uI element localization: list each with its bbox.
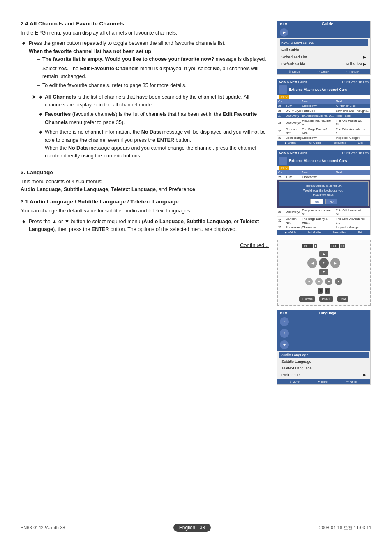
indented-section: ➤ ◆ All Channels is the list of channels… — [32, 93, 269, 160]
info-icon-sym: ℹ — [314, 244, 317, 248]
nng1-footer: ▶ Watch Full Guide Favourites Exit — [277, 141, 370, 145]
exit-icon-sym: ⊟ — [340, 244, 345, 248]
footer-bar: BN68-01422A.indb 38 English - 38 2008-04… — [21, 524, 371, 532]
btn-p-size[interactable]: P.SIZE — [319, 296, 333, 302]
screen-nng-1: Now & Next Guide 13:28 Wed 16 Feb Extrem… — [277, 79, 371, 146]
sub-text-1: The favorite list is empty. Would you li… — [42, 55, 266, 63]
exit-group: EXIT ⊟ — [330, 244, 346, 248]
lang-icon-row-3: ★ — [277, 339, 370, 351]
section-2-4: 2.4 All Channels and Favorite Channels I… — [21, 21, 269, 160]
color-buttons-row: ■ ■ ■ ■ — [305, 278, 342, 285]
btn-dma[interactable]: DMA — [337, 296, 349, 302]
guide-title: Guide — [287, 22, 368, 26]
guide-top-bar: DTV Guide — [277, 21, 370, 27]
lang-item-audio[interactable]: Audio Language — [279, 352, 369, 358]
content-area: 2.4 All Channels and Favorite Channels I… — [21, 16, 371, 385]
guide-item-default[interactable]: Default Guide: Full Guide ▶ — [280, 60, 368, 67]
dash-icon-3: – — [37, 82, 40, 90]
nng2-row-25: 25 TCM Closedown — [277, 175, 370, 180]
nng1-show-row: Extreme Machines: Armoured Cars — [277, 85, 370, 95]
lang-item-teletext[interactable]: Teletext Language — [279, 365, 369, 372]
section-3-1-bullet: ◆ Press the ▲ or ▼ button to select requ… — [21, 218, 269, 234]
remote-bottom-row: TTX/MIX P.SIZE DMA — [299, 296, 348, 302]
screen-language: DTV Language ☼ ♪ ★ Audio Language Subtit… — [277, 310, 371, 385]
info-label: INFO — [302, 244, 313, 248]
nng1-row-32: 32 Cartoon Net The Bugs Bunny & Rea... T… — [277, 127, 370, 136]
remote-icon-2: ⊟ — [325, 288, 330, 294]
lang-menu: Audio Language Subtitle Language Teletex… — [277, 351, 370, 379]
dpad-up[interactable]: ▲ — [319, 251, 328, 257]
sub-bullet-1: – The favorite list is empty. Would you … — [37, 55, 269, 63]
dpad-area: ◀ ▲ ● ▼ ▶ — [307, 251, 340, 275]
bullet-1-text: Press the green button repeatedly to tog… — [29, 39, 269, 91]
left-column: 2.4 All Channels and Favorite Channels I… — [21, 21, 269, 385]
right-column: DTV Guide ▶ Now & Next Guide Full Guide … — [277, 21, 371, 385]
dpad-down[interactable]: ▼ — [319, 269, 328, 275]
sub-text-3: To edit the favourite channels, refer to… — [42, 82, 187, 90]
nng1-row-28: 28 DiscoveryH. Programmes resume at... T… — [277, 118, 370, 127]
lang-item-preference[interactable]: Preference▶ — [279, 372, 369, 378]
sub-bullet-2: – Select Yes. The Edit Favourite Channel… — [37, 65, 269, 81]
nng2-footer: ▶ Watch Full Guide Favourites Exit — [277, 230, 370, 235]
footer-line — [21, 517, 371, 517]
dtv-label: DTV — [280, 22, 287, 26]
lang-icon-1: ☼ — [280, 317, 289, 326]
btn-ttx-mix[interactable]: TTX/MIX — [299, 296, 316, 302]
section-3-intro: This menu consists of 4 sub-menus: Audio… — [21, 178, 269, 194]
section-3-1-heading: 3.1 Audio Language / Subtitle Language /… — [21, 198, 269, 205]
guide-icon-row: ▶ — [277, 27, 370, 38]
nng1-row-26: 26 UKTV Style Hard Sell Saw This and Tho… — [277, 108, 370, 113]
nng2-header: Now & Next Guide 13:28 Wed 16 Feb — [277, 150, 370, 156]
btn-color-1[interactable]: ■ — [305, 278, 313, 285]
sub-bullet-3: – To edit the favourite channels, refer … — [37, 82, 269, 90]
lang-header: DTV Language — [277, 310, 370, 316]
nng2-badge: INFO — [279, 166, 289, 170]
guide-menu: Now & Next Guide Full Guide Scheduled Li… — [277, 38, 370, 69]
remote-control-area: INFO ℹ EXIT ⊟ ◀ ▲ ● ▼ — [277, 240, 371, 306]
guide-item-full[interactable]: Full Guide — [280, 46, 368, 53]
nng2-row-33: 33 Boomerang Closedown Inspector Gadget — [277, 225, 370, 230]
lang-icon-2: ♪ — [280, 329, 289, 338]
nng2-yes-btn[interactable]: Yes — [310, 199, 323, 204]
indented-text-1: All Channels is the list of channels tha… — [45, 93, 269, 109]
footer-right: 2008-04-18 오전 11:03 11 — [319, 525, 371, 531]
guide-item-nng[interactable]: Now & Next Guide — [280, 39, 368, 46]
screen-guide: DTV Guide ▶ Now & Next Guide Full Guide … — [277, 21, 371, 75]
dash-icon: – — [37, 55, 40, 63]
nng2-dialog-buttons: Yes No — [282, 199, 366, 204]
nng2-no-btn[interactable]: No — [325, 199, 337, 204]
nng2-row-28: 28 DiscoveryH. Programmes resume at... T… — [277, 208, 370, 217]
section-3-heading: 3. Language — [21, 169, 269, 175]
btn-color-2[interactable]: ■ — [315, 278, 323, 285]
section-3-1-intro: You can change the default value for sub… — [21, 207, 269, 215]
nng2-dialog: The favourites list is empty.Would you l… — [279, 181, 369, 206]
nng1-row-33: 33 Boomerang Closedown Inspector Gadget — [277, 136, 370, 141]
nng1-row-27: 27 Discovery Extreme Machines: A... Time… — [277, 113, 370, 118]
bullet-item-1: ◆ Press the green button repeatedly to t… — [21, 39, 269, 91]
nng1-col-headers: Ch Now Next — [277, 99, 370, 104]
exit-label: EXIT — [330, 244, 339, 248]
dpad-right-btn[interactable]: ▶ — [330, 258, 340, 268]
nng2-row-32: 32 Cartoon Net The Bugs Bunny & Rea... T… — [277, 217, 370, 225]
info-group: INFO ℹ — [302, 244, 317, 248]
btn-color-3[interactable]: ■ — [325, 278, 332, 285]
lang-item-subtitle[interactable]: Subtitle Language — [279, 358, 369, 365]
dpad-left-btn[interactable]: ◀ — [307, 258, 317, 268]
nng1-badge: INFO — [279, 95, 289, 99]
guide-item-scheduled[interactable]: Scheduled List▶ — [280, 53, 368, 60]
continued-text: Continued... — [21, 242, 269, 248]
section-2-4-heading: 2.4 All Channels and Favorite Channels — [21, 21, 269, 27]
footer-center: English - 38 — [173, 524, 211, 532]
nng2-table-area: Ch Now Next 25 TCM Closedown The — [277, 170, 370, 230]
page: 2.4 All Channels and Favorite Channels I… — [0, 0, 392, 540]
indented-text-2: Favourites (favourite channels) is the l… — [45, 111, 269, 127]
diamond-icon: ◆ — [22, 41, 25, 45]
guide-footer: ⇧ Move ↵ Enter ↩ Return — [277, 69, 370, 74]
diamond-icon-2: ◆ — [22, 219, 25, 224]
arrow-bullet-1: ➤ ◆ All Channels is the list of channels… — [32, 93, 269, 160]
nng2-dialog-overlay: The favourites list is empty.Would you l… — [277, 180, 370, 208]
dpad-center[interactable]: ● — [319, 258, 329, 268]
lang-icon-row: ☼ — [277, 316, 370, 328]
btn-color-4[interactable]: ■ — [335, 278, 342, 285]
sub-text-2: Select Yes. The Edit Favourite Channels … — [42, 65, 269, 81]
